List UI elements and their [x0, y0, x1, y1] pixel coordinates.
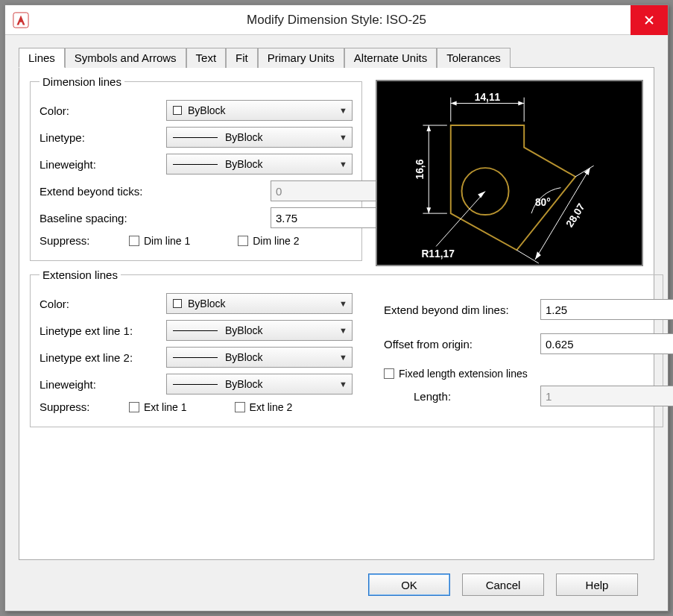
label-offset-origin: Offset from origin: — [384, 338, 540, 351]
tab-lines[interactable]: Lines — [19, 48, 65, 68]
help-button[interactable]: Help — [556, 573, 638, 596]
tab-alternate-units[interactable]: Alternate Units — [344, 48, 437, 68]
label-dim-suppress: Suppress: — [40, 234, 129, 247]
label-ext-color: Color: — [40, 298, 166, 310]
combo-value: ByBlock — [225, 351, 263, 363]
tab-primary-units[interactable]: Primary Units — [258, 48, 344, 68]
input-extend-beyond-dim[interactable] — [540, 299, 673, 320]
label-dim-lineweight: Lineweight: — [40, 158, 166, 171]
combo-value: ByBlock — [225, 131, 263, 143]
label-linetype-ext-2: Linetype ext line 2: — [40, 351, 166, 364]
spin-offset-origin[interactable]: ▲▼ — [540, 333, 622, 354]
linetype-preview-icon — [173, 330, 218, 331]
svg-text:16,6: 16,6 — [414, 159, 426, 179]
tab-fit[interactable]: Fit — [226, 48, 258, 68]
lineweight-preview-icon — [173, 164, 218, 165]
spin-baseline-spacing[interactable]: ▲▼ — [271, 207, 345, 228]
svg-line-14 — [575, 166, 594, 177]
label-fixed-length: Length: — [414, 390, 540, 403]
combo-dim-color[interactable]: ByBlock ▼ — [166, 100, 353, 121]
combo-value: ByBlock — [225, 378, 263, 390]
cancel-button[interactable]: Cancel — [462, 573, 544, 596]
combo-value: ByBlock — [225, 324, 263, 336]
combo-dim-lineweight[interactable]: ByBlock ▼ — [166, 154, 353, 175]
combo-dim-linetype[interactable]: ByBlock ▼ — [166, 127, 353, 148]
combo-value: ByBlock — [188, 298, 226, 309]
chevron-down-icon: ▼ — [339, 160, 347, 169]
checkbox-ext-line-1[interactable]: Ext line 1 — [129, 401, 187, 413]
spin-fixed-length[interactable]: ▲▼ — [540, 386, 622, 406]
titlebar: Modify Dimension Style: ISO-25 — [5, 5, 668, 35]
label-ext-suppress: Suppress: — [40, 400, 129, 413]
combo-ext-lineweight[interactable]: ByBlock ▼ — [166, 374, 353, 395]
close-button[interactable] — [631, 5, 668, 35]
dimension-preview: 14,11 16,6 R11,17 80° — [376, 80, 643, 266]
checkbox-ext-line-2[interactable]: Ext line 2 — [235, 401, 293, 413]
input-offset-origin[interactable] — [540, 333, 673, 354]
label-extend-beyond-dim: Extend beyond dim lines: — [384, 304, 540, 316]
checkbox-fixed-length[interactable]: Fixed length extension lines — [384, 368, 528, 380]
tab-strip: Lines Symbols and Arrows Text Fit Primar… — [19, 47, 654, 68]
linetype-preview-icon — [173, 137, 218, 138]
chevron-down-icon: ▼ — [339, 353, 347, 362]
chevron-down-icon: ▼ — [339, 380, 347, 389]
label-linetype-ext-1: Linetype ext line 1: — [40, 324, 166, 337]
color-swatch-icon — [173, 299, 182, 308]
color-swatch-icon — [173, 106, 182, 115]
combo-value: ByBlock — [225, 158, 263, 170]
chevron-down-icon: ▼ — [339, 299, 347, 308]
label-baseline-spacing: Baseline spacing: — [40, 212, 271, 224]
tab-tolerances[interactable]: Tolerances — [437, 48, 511, 68]
legend-dimension-lines: Dimension lines — [40, 75, 124, 88]
ok-button[interactable]: OK — [368, 573, 450, 596]
chevron-down-icon: ▼ — [339, 133, 347, 142]
chevron-down-icon: ▼ — [339, 106, 347, 115]
legend-extension-lines: Extension lines — [40, 268, 121, 281]
linetype-preview-icon — [173, 357, 218, 358]
app-icon — [13, 12, 29, 28]
content-area: Lines Symbols and Arrows Text Fit Primar… — [5, 35, 668, 611]
label-dim-color: Color: — [40, 104, 166, 117]
dialog-window: Modify Dimension Style: ISO-25 Lines Sym… — [4, 4, 669, 612]
label-dim-linetype: Linetype: — [40, 131, 166, 144]
group-extension-lines: Extension lines Color: ByBlock ▼ L — [30, 268, 663, 427]
combo-linetype-ext-1[interactable]: ByBlock ▼ — [166, 320, 353, 341]
svg-line-15 — [516, 250, 539, 263]
checkbox-dim-line-1[interactable]: Dim line 1 — [129, 235, 190, 247]
window-title: Modify Dimension Style: ISO-25 — [5, 13, 668, 28]
checkbox-dim-line-2[interactable]: Dim line 2 — [238, 235, 299, 247]
spin-extend-beyond-dim[interactable]: ▲▼ — [540, 299, 622, 320]
tab-text[interactable]: Text — [186, 48, 227, 68]
svg-text:14,11: 14,11 — [475, 92, 501, 103]
combo-linetype-ext-2[interactable]: ByBlock ▼ — [166, 347, 353, 368]
lineweight-preview-icon — [173, 384, 218, 385]
dialog-footer: OK Cancel Help — [19, 560, 654, 602]
chevron-down-icon: ▼ — [339, 326, 347, 335]
svg-line-10 — [436, 192, 485, 247]
tab-symbols-arrows[interactable]: Symbols and Arrows — [65, 48, 186, 68]
group-dimension-lines: Dimension lines Color: ByBlock ▼ Linetyp… — [30, 75, 362, 261]
label-extend-beyond-ticks: Extend beyond ticks: — [40, 185, 271, 198]
svg-text:80°: 80° — [535, 197, 551, 208]
spin-extend-beyond-ticks[interactable]: ▲▼ — [271, 180, 345, 201]
tab-panel: Dimension lines Color: ByBlock ▼ Linetyp… — [19, 68, 654, 560]
combo-value: ByBlock — [188, 104, 226, 116]
combo-ext-color[interactable]: ByBlock ▼ — [166, 293, 353, 314]
label-ext-lineweight: Lineweight: — [40, 378, 166, 391]
input-fixed-length — [540, 386, 673, 406]
svg-text:R11,17: R11,17 — [421, 248, 455, 260]
